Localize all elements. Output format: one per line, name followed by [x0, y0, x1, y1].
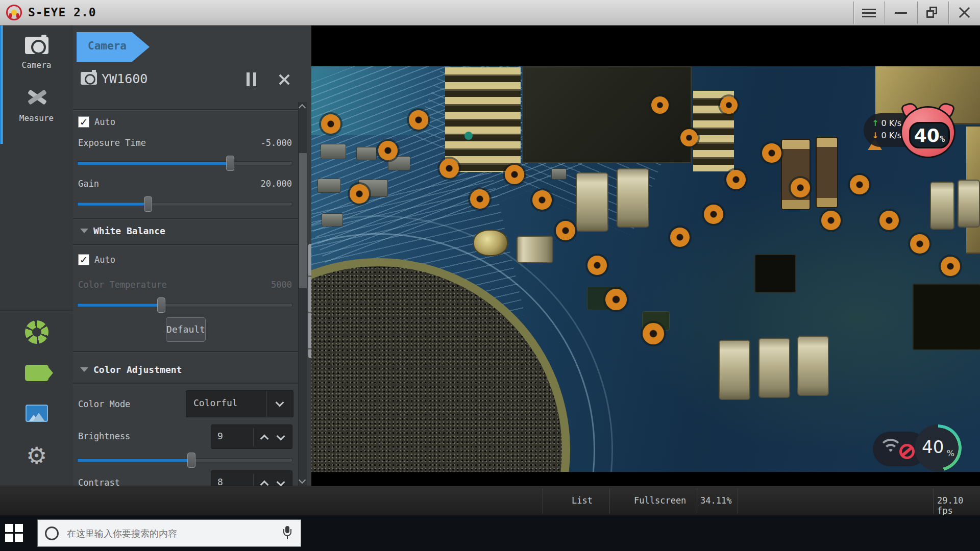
- solder-blob: [473, 230, 508, 256]
- camera-icon: [25, 37, 48, 54]
- exposure-slider-fill: [78, 162, 231, 165]
- zoom-percent: 34.11%: [700, 495, 731, 506]
- gain-label: Gain: [78, 179, 99, 189]
- pause-icon: [247, 72, 250, 86]
- color-mode-value: Colorful: [193, 397, 238, 408]
- color-temperature-label: Color Temperature: [78, 280, 167, 290]
- taskbar-search[interactable]: [37, 519, 301, 547]
- minimize-button[interactable]: [886, 0, 916, 25]
- exposure-time-label: Exposure Time: [78, 138, 146, 148]
- color-temperature-slider[interactable]: [77, 297, 292, 313]
- sidebar-divider: [0, 310, 73, 311]
- panel-divider: [73, 109, 298, 110]
- badge-unit: %: [940, 134, 945, 144]
- panel-divider: [73, 351, 298, 352]
- window-title: S-EYE 2.0: [28, 6, 96, 19]
- record-button[interactable]: [0, 365, 73, 383]
- collapse-triangle-icon[interactable]: [80, 229, 88, 233]
- scroll-up-icon[interactable]: [299, 104, 306, 111]
- video-record-icon: [25, 365, 48, 381]
- ic-pins: [445, 67, 521, 172]
- color-temperature-value: 5000: [271, 280, 292, 290]
- start-button[interactable]: [5, 524, 24, 543]
- cortana-icon: [45, 527, 59, 540]
- gallery-button[interactable]: [0, 405, 73, 424]
- spin-up-icon[interactable]: [260, 435, 269, 443]
- exposure-slider[interactable]: [77, 156, 292, 171]
- device-name: YW1600: [102, 71, 148, 86]
- black-chip: [913, 284, 980, 350]
- sidebar: Camera Measure ⚙: [0, 26, 73, 486]
- spin-down-icon[interactable]: [277, 432, 285, 441]
- auto-exposure-checkbox[interactable]: ✓: [78, 116, 89, 128]
- snapshot-button[interactable]: [0, 320, 73, 346]
- menu-button[interactable]: [853, 0, 884, 25]
- spin-down-icon[interactable]: [277, 478, 285, 486]
- pig-face: 40%: [900, 106, 955, 158]
- close-camera-button[interactable]: [276, 71, 292, 88]
- battery-badge: 40%: [909, 122, 950, 148]
- sidebar-measure-label: Measure: [0, 113, 73, 123]
- scrollbar-thumb[interactable]: [299, 153, 307, 288]
- download-arrow-icon: ↓: [872, 131, 878, 140]
- auto-wb-checkbox[interactable]: ✓: [78, 254, 89, 265]
- camera-panel: Camera YW1600 ✓ Auto Exposure Time -5.00…: [73, 26, 311, 486]
- chevron-down-icon: [276, 398, 284, 407]
- color-mode-label: Color Mode: [78, 399, 130, 409]
- gear-icon: ⚙: [26, 442, 47, 469]
- tab-camera[interactable]: Camera: [77, 32, 150, 62]
- microphone-icon[interactable]: [282, 526, 292, 540]
- gain-slider[interactable]: [77, 196, 292, 212]
- temp-slider-handle[interactable]: [157, 297, 165, 313]
- auto-wb-label: Auto: [94, 255, 115, 265]
- pig-badge-overlay[interactable]: 40%: [898, 102, 958, 159]
- close-button[interactable]: [949, 0, 979, 25]
- windows-taskbar: 66% * 中 S 18:01 2021/3/9: [0, 515, 980, 551]
- s-eye-window: S-EYE 2.0 Camera Measure: [0, 0, 980, 551]
- sidebar-item-camera[interactable]: Camera: [0, 37, 73, 70]
- contrast-value: 8: [217, 477, 223, 486]
- default-button[interactable]: Default: [166, 317, 206, 342]
- brightness-label: Brightness: [78, 431, 130, 441]
- exposure-time-value: -5.000: [261, 138, 292, 148]
- titlebar-separator: [884, 2, 885, 24]
- sidebar-camera-label: Camera: [0, 60, 73, 70]
- temp-slider-fill: [78, 304, 162, 307]
- contrast-spinner[interactable]: 8: [211, 470, 292, 486]
- hamburger-icon: [862, 9, 876, 10]
- gain-slider-handle[interactable]: [144, 196, 152, 212]
- auto-exposure-label: Auto: [94, 117, 115, 127]
- settings-button[interactable]: ⚙: [0, 444, 73, 467]
- collapse-triangle-icon[interactable]: [80, 367, 88, 372]
- badge-value: 40: [914, 125, 940, 146]
- panel-divider: [73, 383, 298, 384]
- scroll-down-icon[interactable]: [299, 477, 306, 484]
- brightness-slider[interactable]: [77, 453, 292, 468]
- spin-up-icon[interactable]: [260, 481, 269, 486]
- app-logo-icon: [6, 5, 22, 20]
- exposure-slider-handle[interactable]: [226, 156, 234, 171]
- panel-divider: [73, 218, 298, 219]
- panel-scrollbar[interactable]: [298, 102, 307, 486]
- contrast-label: Contrast: [78, 478, 120, 486]
- brightness-spinner[interactable]: 9: [211, 424, 292, 449]
- fullscreen-button[interactable]: Fullscreen: [634, 495, 686, 506]
- sidebar-item-measure[interactable]: Measure: [0, 87, 73, 123]
- upload-arrow-icon: ↑: [872, 118, 878, 128]
- minimize-icon: [895, 12, 907, 14]
- ring-unit: %: [947, 448, 954, 458]
- measure-icon: [25, 87, 48, 107]
- windows-logo-icon: [5, 524, 13, 532]
- aperture-icon: [25, 320, 48, 344]
- color-mode-dropdown[interactable]: Colorful: [186, 390, 293, 417]
- list-button[interactable]: List: [572, 495, 593, 506]
- panel-divider: [73, 244, 298, 245]
- brightness-value: 9: [217, 431, 223, 441]
- search-input[interactable]: [67, 528, 282, 539]
- pause-button[interactable]: [242, 71, 261, 88]
- brightness-slider-handle[interactable]: [187, 453, 195, 468]
- bottom-toolbar: List Fullscreen 34.11% 29.10 fps: [0, 486, 980, 515]
- ring-value: 40: [922, 437, 944, 457]
- restore-button[interactable]: [917, 0, 948, 25]
- battery-ring-overlay[interactable]: 40 %: [915, 424, 962, 471]
